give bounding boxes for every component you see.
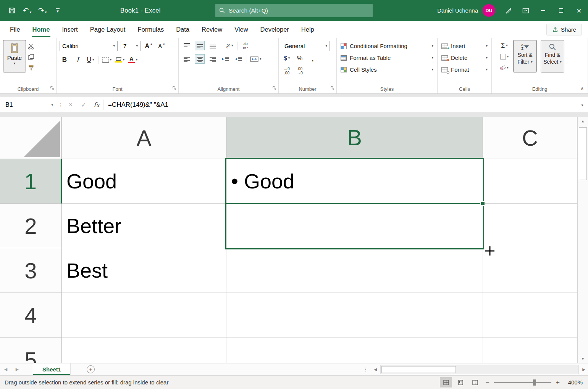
row-header-2[interactable]: 2: [0, 204, 62, 248]
maximize-button[interactable]: [552, 0, 570, 21]
number-dialog-launcher[interactable]: [330, 85, 334, 92]
tab-view[interactable]: View: [228, 21, 254, 38]
tab-insert[interactable]: Insert: [56, 21, 84, 38]
tab-formulas[interactable]: Formulas: [131, 21, 170, 38]
name-box[interactable]: B1 ▾: [0, 97, 57, 113]
row-header-1[interactable]: 1: [0, 159, 62, 204]
cell-C5[interactable]: [483, 338, 577, 363]
cell-A2[interactable]: Better: [62, 204, 226, 248]
format-painter-button[interactable]: [26, 63, 36, 72]
cell-A4[interactable]: [62, 293, 226, 338]
customize-quick-access-button[interactable]: ▾: [50, 3, 65, 18]
column-header-c[interactable]: C: [483, 117, 577, 159]
vertical-scrollbar[interactable]: ▲ ▼: [577, 117, 588, 363]
horizontal-scrollbar-thumb[interactable]: [381, 366, 456, 373]
find-select-button[interactable]: Find & Select▾: [541, 40, 564, 72]
font-dialog-launcher[interactable]: [172, 85, 176, 92]
zoom-out-button[interactable]: −: [483, 379, 492, 386]
increase-font-size-button[interactable]: A▴: [144, 41, 153, 51]
clipboard-dialog-launcher[interactable]: [50, 85, 54, 92]
cell-A1[interactable]: Good: [62, 159, 226, 204]
format-cells-button[interactable]: Format ▾: [441, 64, 488, 76]
column-header-b[interactable]: B: [226, 117, 483, 159]
undo-button[interactable]: ↶▾: [20, 3, 34, 18]
percent-style-button[interactable]: %: [295, 53, 305, 63]
cell-C4[interactable]: [483, 293, 577, 338]
row-header-4[interactable]: 4: [0, 293, 62, 338]
cell-styles-button[interactable]: Cell Styles ▾: [340, 64, 434, 76]
new-sheet-button[interactable]: +: [87, 365, 95, 373]
cell-B3[interactable]: [226, 248, 483, 293]
tab-developer[interactable]: Developer: [254, 21, 295, 38]
fill-color-button[interactable]: ▾: [115, 55, 125, 64]
tab-file[interactable]: File: [4, 21, 26, 38]
cut-button[interactable]: [26, 42, 36, 51]
scroll-up-icon[interactable]: ▲: [581, 119, 585, 123]
number-format-select[interactable]: General ▾: [282, 41, 330, 51]
orientation-button[interactable]: ab▾: [224, 41, 234, 50]
clear-button[interactable]: ▾: [499, 63, 509, 72]
scroll-down-icon[interactable]: ▼: [581, 357, 585, 361]
comma-style-button[interactable]: ,: [308, 53, 318, 63]
font-size-select[interactable]: 7 ▾: [121, 41, 141, 51]
share-button[interactable]: Share: [546, 24, 582, 35]
user-name[interactable]: Daniel Uchenna: [437, 7, 478, 14]
page-break-view-button[interactable]: [469, 377, 481, 387]
cell-B1[interactable]: • Good: [226, 159, 483, 204]
vertical-scrollbar-thumb[interactable]: [579, 127, 587, 180]
page-layout-view-button[interactable]: [454, 377, 467, 387]
sheet-nav-left-icon[interactable]: ◀: [0, 367, 11, 372]
insert-function-button[interactable]: fx: [90, 97, 103, 113]
italic-button[interactable]: I: [73, 55, 82, 64]
tab-scrollbar-splitter[interactable]: ⋮: [360, 366, 371, 372]
alignment-dialog-launcher[interactable]: [272, 85, 276, 92]
zoom-slider[interactable]: [494, 379, 551, 386]
top-align-button[interactable]: [182, 41, 192, 50]
avatar[interactable]: DU: [483, 4, 495, 17]
formula-bar-splitter[interactable]: ⋮: [57, 97, 64, 113]
ribbon-display-options-button[interactable]: [517, 0, 534, 21]
borders-button[interactable]: ▾: [102, 55, 112, 64]
conditional-formatting-button[interactable]: Conditional Formatting ▾: [340, 40, 434, 52]
tab-help[interactable]: Help: [295, 21, 320, 38]
wrap-text-button[interactable]: abc↩: [241, 41, 250, 50]
collapse-ribbon-button[interactable]: ∧: [580, 86, 584, 91]
inking-button[interactable]: [501, 0, 517, 21]
column-header-a[interactable]: A: [62, 117, 226, 159]
accounting-format-button[interactable]: $▾: [282, 53, 292, 63]
tab-page-layout[interactable]: Page Layout: [84, 21, 132, 38]
tab-home[interactable]: Home: [26, 21, 56, 38]
enter-button[interactable]: ✓: [77, 97, 90, 113]
sheet-nav-right-icon[interactable]: ▶: [11, 367, 23, 372]
select-all-corner[interactable]: [0, 117, 62, 159]
tab-review[interactable]: Review: [195, 21, 228, 38]
normal-view-button[interactable]: [440, 377, 452, 387]
increase-indent-button[interactable]: [234, 54, 244, 64]
cell-B2[interactable]: [226, 204, 483, 248]
cell-C3[interactable]: [483, 248, 577, 293]
decrease-font-size-button[interactable]: A▾: [157, 41, 166, 51]
sheet-tab-sheet1[interactable]: Sheet1: [33, 363, 71, 375]
cell-A5[interactable]: [62, 338, 226, 363]
cancel-button[interactable]: ×: [64, 97, 77, 113]
underline-button[interactable]: U▾: [86, 55, 95, 64]
font-name-select[interactable]: Calibri ▾: [60, 41, 118, 51]
decrease-indent-button[interactable]: [221, 54, 231, 64]
increase-decimal-button[interactable]: ←0.00: [282, 66, 292, 76]
expand-formula-bar-button[interactable]: ▾: [577, 97, 588, 113]
close-button[interactable]: ×: [570, 0, 588, 21]
align-right-button[interactable]: [208, 54, 218, 64]
merge-center-button[interactable]: ▾: [250, 54, 262, 64]
zoom-slider-thumb[interactable]: [533, 379, 536, 386]
row-header-3[interactable]: 3: [0, 248, 62, 293]
search-input[interactable]: Search (Alt+Q): [215, 4, 373, 17]
tab-data[interactable]: Data: [170, 21, 195, 38]
zoom-level[interactable]: 400%: [564, 379, 583, 386]
sort-filter-button[interactable]: AZ Sort & Filter▾: [513, 40, 537, 72]
insert-cells-button[interactable]: + Insert ▾: [441, 40, 488, 52]
decrease-decimal-button[interactable]: .00→0: [295, 66, 305, 76]
center-button[interactable]: [195, 54, 205, 64]
cell-B5[interactable]: [226, 338, 483, 363]
row-header-5[interactable]: 5: [0, 338, 62, 363]
hscroll-right-icon[interactable]: ▶: [580, 367, 588, 371]
